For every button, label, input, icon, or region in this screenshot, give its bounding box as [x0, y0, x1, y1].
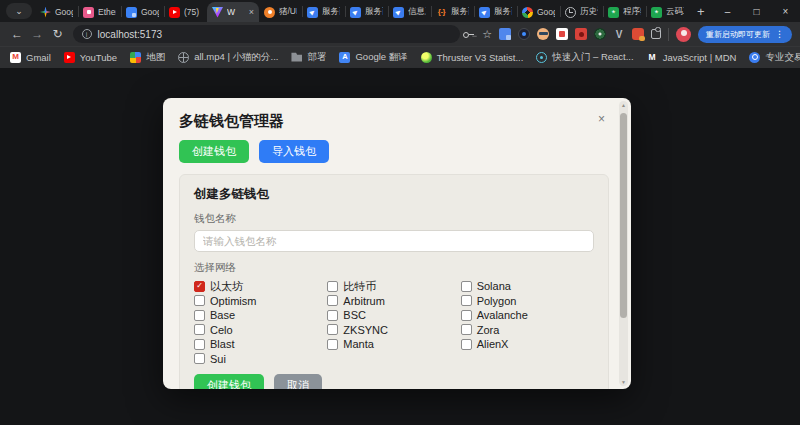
minimize-button[interactable]: –	[713, 0, 742, 22]
checkbox-icon[interactable]	[194, 295, 205, 306]
kebab-menu-icon[interactable]: ⋮	[775, 29, 784, 39]
network-checkbox-item[interactable]: Solana	[461, 279, 594, 294]
checkbox-icon[interactable]	[327, 295, 338, 306]
network-checkbox-item[interactable]: 比特币	[327, 279, 460, 294]
browser-tab[interactable]: Ethere	[78, 2, 121, 22]
close-button[interactable]: ×	[771, 0, 800, 22]
browser-tab[interactable]: 服务商	[431, 2, 474, 22]
browser-tab[interactable]: 服务商	[474, 2, 517, 22]
checkbox-icon[interactable]	[194, 310, 205, 321]
checkbox-icon[interactable]	[461, 339, 472, 350]
network-checkbox-item[interactable]: Manta	[327, 337, 460, 352]
checkbox-icon[interactable]	[461, 281, 472, 292]
network-label: ZKSYNC	[343, 324, 388, 336]
checkbox-icon[interactable]	[327, 281, 338, 292]
network-checkbox-item[interactable]: Base	[194, 308, 327, 323]
network-checkbox-item[interactable]: Optimism	[194, 294, 327, 309]
bookmark-item[interactable]: 快速入门 – React...	[536, 51, 633, 64]
import-wallet-tab-button[interactable]: 导入钱包	[259, 140, 329, 163]
create-wallet-tab-button[interactable]: 创建钱包	[179, 140, 249, 163]
browser-tab[interactable]: (75) 🔥	[164, 2, 207, 22]
shield-ext-icon[interactable]	[556, 28, 568, 40]
network-checkbox-item[interactable]: Celo	[194, 323, 327, 338]
bookmark-label: 地图	[146, 51, 165, 64]
update-browser-button[interactable]: 重新启动即可更新 ⋮	[698, 26, 792, 43]
bookmark-item[interactable]: all.mp4 | 小猫的分...	[178, 51, 278, 64]
network-checkbox-item[interactable]: BSC	[327, 308, 460, 323]
cancel-button[interactable]: 取消	[274, 374, 322, 389]
new-tab-button[interactable]: +	[697, 4, 705, 19]
browser-tab[interactable]: 信息系	[388, 2, 431, 22]
bookmark-item[interactable]: Thruster V3 Statist...	[421, 52, 524, 63]
network-checkbox-item[interactable]: Arbitrum	[327, 294, 460, 309]
browser-tab[interactable]: 程序猿	[603, 2, 646, 22]
browser-tab[interactable]: Googl	[35, 2, 78, 22]
tab-close-icon[interactable]: ×	[249, 7, 254, 17]
browser-tab[interactable]: 服务商	[302, 2, 345, 22]
checkbox-icon[interactable]	[194, 339, 205, 350]
maximize-button[interactable]: □	[742, 0, 771, 22]
puzzle-extensions-icon[interactable]	[651, 29, 661, 39]
network-checkbox-item[interactable]: Polygon	[461, 294, 594, 309]
wallet-name-input[interactable]	[194, 230, 594, 252]
fox-ext-icon[interactable]	[632, 28, 644, 40]
network-checkbox-item[interactable]: AlienX	[461, 337, 594, 352]
address-bar[interactable]: i localhost:5173	[73, 25, 461, 43]
network-checkbox-item[interactable]: Avalanche	[461, 308, 594, 323]
reload-button[interactable]: ↻	[48, 27, 66, 41]
bookmark-item[interactable]: Gmail	[10, 52, 51, 63]
bookmark-item[interactable]: YouTube	[64, 52, 117, 63]
bookmark-item[interactable]: JavaScript | MDN	[647, 52, 737, 63]
network-checkbox-item[interactable]: Sui	[194, 352, 327, 367]
bookmark-item[interactable]: Google 翻译	[339, 51, 407, 64]
profile-avatar[interactable]	[676, 27, 691, 42]
submit-create-wallet-button[interactable]: 创建钱包	[194, 374, 264, 389]
network-label: Avalanche	[477, 309, 528, 321]
browser-tab[interactable]: 服务商	[345, 2, 388, 22]
checkbox-icon[interactable]	[194, 324, 205, 335]
checkbox-icon[interactable]	[194, 353, 205, 364]
checkbox-icon[interactable]	[327, 339, 338, 350]
translate-ext-icon[interactable]	[499, 28, 511, 40]
close-icon[interactable]: ×	[598, 112, 605, 126]
browser-tab[interactable]: Googl	[121, 2, 164, 22]
bookmark-item[interactable]: 部署	[291, 51, 326, 64]
checkbox-icon[interactable]	[461, 310, 472, 321]
orbit-ext-icon[interactable]	[518, 28, 530, 40]
bookmark-item[interactable]: 地图	[130, 51, 165, 64]
modal-scrollbar[interactable]: ▲ ▼	[619, 101, 628, 386]
red-ext-icon[interactable]	[575, 28, 587, 40]
site-info-icon[interactable]: i	[82, 29, 92, 39]
bookmark-star-icon[interactable]: ☆	[482, 28, 492, 41]
network-checkbox-item[interactable]: ZKSYNC	[327, 323, 460, 338]
bookmarks-bar: Gmail YouTube 地图 all.mp4 | 小猫的分... 部署 Go…	[0, 46, 800, 68]
network-checkbox-item[interactable]: 以太坊	[194, 279, 327, 294]
checkbox-icon[interactable]	[327, 324, 338, 335]
checkbox-icon[interactable]	[461, 295, 472, 306]
vimium-v-icon[interactable]: V	[613, 28, 625, 40]
scroll-up-icon[interactable]: ▲	[619, 102, 628, 108]
browser-tab[interactable]: Googl	[517, 2, 560, 22]
face-ext-icon[interactable]	[537, 28, 549, 40]
password-key-icon[interactable]	[462, 28, 475, 41]
tab-title: 猪/UI	[279, 6, 297, 18]
back-button[interactable]: ←	[8, 27, 26, 41]
tab-search-button[interactable]: ⌄	[6, 3, 32, 19]
browser-tab[interactable]: 猪/UI	[259, 2, 302, 22]
forward-button[interactable]: →	[28, 27, 46, 41]
tab-title: 信息系	[408, 6, 426, 18]
scroll-down-icon[interactable]: ▼	[619, 379, 628, 385]
browser-tab[interactable]: 云码工	[646, 2, 689, 22]
bookmark-item[interactable]: 专业交易所定制开...	[749, 51, 800, 64]
browser-tab[interactable]: 历史记	[560, 2, 603, 22]
google-g-icon	[522, 7, 533, 18]
network-checkbox-item[interactable]: Blast	[194, 337, 327, 352]
scrollbar-thumb[interactable]	[620, 113, 627, 318]
tab-title: Googl	[141, 7, 159, 17]
checkbox-icon[interactable]	[461, 324, 472, 335]
browser-tab[interactable]: W ×	[207, 2, 259, 22]
dart-ext-icon[interactable]	[594, 28, 606, 40]
checkbox-icon[interactable]	[194, 281, 205, 292]
network-checkbox-item[interactable]: Zora	[461, 323, 594, 338]
checkbox-icon[interactable]	[327, 310, 338, 321]
